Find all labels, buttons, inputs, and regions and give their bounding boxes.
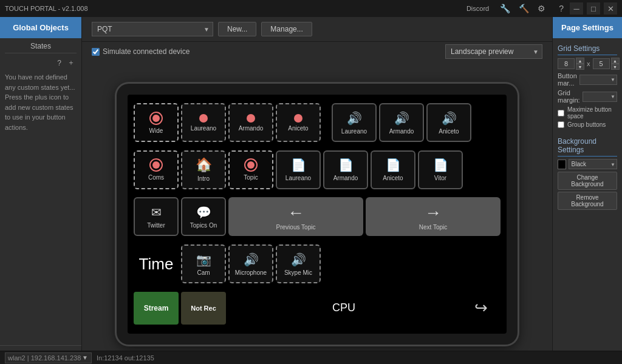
btn-skype-mic[interactable]: 🔊 Skype Mic xyxy=(276,244,321,283)
grid-width-input[interactable] xyxy=(558,58,575,69)
grid-w-spinner: ▲ ▼ xyxy=(576,58,584,70)
maximize-label[interactable]: Maximize button space xyxy=(567,106,617,120)
discord-label: Discord xyxy=(466,5,489,12)
titlebar: TOUCH PORTAL - v2.1.008 Discord 🔧 🔨 ⚙ ? … xyxy=(0,0,622,17)
grid-margin-label: Grid margin: xyxy=(558,89,580,104)
maximize-row: Maximize button space xyxy=(558,106,617,120)
grid-h-down[interactable]: ▼ xyxy=(611,64,620,70)
statusbar: wlan2 | 192.168.141.238 ▼ In:12134 out:1… xyxy=(0,351,622,364)
btn-microphone[interactable]: 🔊 Microphone xyxy=(228,244,273,283)
network-select-wrap: wlan2 | 192.168.141.238 ▼ xyxy=(5,352,92,363)
sidebar-header: Global Objects xyxy=(0,17,81,38)
device-frame: Wide Laureano Armando Aniceto xyxy=(117,84,518,345)
grid-w-up[interactable]: ▲ xyxy=(576,58,584,64)
main-layout: Global Objects States ? ＋ You have not d… xyxy=(0,17,622,364)
bg-color-select-wrap: Black ▼ xyxy=(569,159,618,169)
btn-topics-on[interactable]: 💬 Topics On xyxy=(181,197,226,236)
btn-wide[interactable]: Wide xyxy=(134,103,179,142)
btn-aniceto-1[interactable]: Aniceto xyxy=(276,103,321,142)
btn-intro[interactable]: 🏠 Intro xyxy=(181,150,226,189)
right-sidebar: Page Settings Grid Settings ▲ ▼ x xyxy=(552,17,622,364)
states-help-button[interactable]: ? xyxy=(55,57,63,69)
states-title: States xyxy=(5,42,77,53)
center-panel: PQT ▼ New... Manage... Simulate connecte… xyxy=(82,17,552,364)
btn-share[interactable]: ↪ xyxy=(462,298,501,317)
button-margin-select[interactable] xyxy=(579,75,617,85)
bg-color-row: Black ▼ xyxy=(558,159,617,169)
simulate-checkbox[interactable] xyxy=(92,48,100,56)
button-margin-select-wrap: ▼ xyxy=(579,75,617,85)
remove-background-button[interactable]: Remove Background xyxy=(558,192,617,210)
btn-topic[interactable]: Topic xyxy=(228,150,273,189)
app-title: TOUCH PORTAL - v2.1.008 xyxy=(5,5,88,12)
simulate-label[interactable]: Simulate connected device xyxy=(92,47,190,56)
maximize-checkbox[interactable] xyxy=(558,110,564,116)
new-button[interactable]: New... xyxy=(218,22,256,36)
titlebar-left: TOUCH PORTAL - v2.1.008 xyxy=(5,5,88,12)
maximize-button[interactable]: □ xyxy=(587,2,600,15)
grid-margin-row: Grid margin: ▼ xyxy=(558,89,617,104)
group-label[interactable]: Group buttons xyxy=(567,121,606,128)
landscape-select[interactable]: Landscape preview xyxy=(445,44,542,59)
landscape-select-wrap: Landscape preview ▼ xyxy=(445,44,542,59)
btn-vitor-doc[interactable]: 📄 Vitor xyxy=(418,150,463,189)
grid-h-up[interactable]: ▲ xyxy=(611,58,620,64)
close-button[interactable]: ✕ xyxy=(604,2,617,15)
profile-select[interactable]: PQT xyxy=(92,22,213,36)
profile-select-wrap: PQT ▼ xyxy=(92,22,213,36)
btn-laureano-doc[interactable]: 📄 Laureano xyxy=(276,150,321,189)
grid-w-wrap: ▲ ▼ xyxy=(558,58,584,70)
btn-armando-spk[interactable]: 🔊 Armando xyxy=(379,103,424,142)
group-checkbox[interactable] xyxy=(558,121,564,128)
btn-laureano-1[interactable]: Laureano xyxy=(181,103,226,142)
gear-icon[interactable]: ⚙ xyxy=(535,2,548,15)
button-row-1: Wide Laureano Armando Aniceto xyxy=(134,101,501,146)
btn-aniceto-spk[interactable]: 🔊 Aniceto xyxy=(426,103,471,142)
minimize-button[interactable]: ─ xyxy=(570,2,583,15)
btn-cam[interactable]: 📷 Cam xyxy=(181,244,226,283)
button-margin-label: Button mar... xyxy=(558,72,577,87)
states-toolbar: ? ＋ xyxy=(5,57,77,69)
btn-aniceto-doc[interactable]: 📄 Aniceto xyxy=(371,150,415,189)
button-row-4: Time 📷 Cam 🔊 Microphone 🔊 Skype Mic xyxy=(134,241,501,286)
grid-x-label: x xyxy=(587,60,590,67)
grid-w-down[interactable]: ▼ xyxy=(576,64,584,70)
hammer-icon[interactable]: 🔨 xyxy=(516,2,531,15)
manage-button[interactable]: Manage... xyxy=(261,22,312,36)
btn-prev-topic[interactable]: ← Previous Topic xyxy=(228,197,363,236)
btn-next-topic[interactable]: → Next Topic xyxy=(366,197,501,236)
grid-settings-title: Grid Settings xyxy=(558,44,617,55)
right-sidebar-content: Grid Settings ▲ ▼ x ▲ ▼ xyxy=(553,38,622,218)
grid-settings-section: Grid Settings ▲ ▼ x ▲ ▼ xyxy=(558,44,617,130)
right-sidebar-header: Page Settings xyxy=(553,17,622,38)
grid-h-wrap: ▲ ▼ xyxy=(593,58,620,70)
button-margin-row: Button mar... ▼ xyxy=(558,72,617,87)
button-row-2: Coms 🏠 Intro Topic 📄 Laureano xyxy=(134,147,501,192)
btn-stream[interactable]: Stream xyxy=(134,292,179,325)
btn-laureano-spk[interactable]: 🔊 Laureano xyxy=(332,103,377,142)
wrench-icon[interactable]: 🔧 xyxy=(497,2,513,15)
btn-not-rec[interactable]: Not Rec xyxy=(181,292,226,325)
button-row-3: ✉ Twitter 💬 Topics On ← Previous Topic xyxy=(134,195,501,240)
preview-area: Wide Laureano Armando Aniceto xyxy=(82,64,552,364)
network-select[interactable]: wlan2 | 192.168.141.238 xyxy=(5,352,92,363)
btn-cpu: CPU xyxy=(228,302,459,314)
change-background-button[interactable]: Change Background xyxy=(558,172,617,190)
grid-height-input[interactable] xyxy=(593,58,610,69)
help-icon[interactable]: ? xyxy=(556,2,566,15)
log-value: In:12134 out:12135 xyxy=(97,354,154,362)
btn-twitter[interactable]: ✉ Twitter xyxy=(134,197,179,236)
background-settings-section: Background Settings Black ▼ Change Backg… xyxy=(558,137,617,212)
button-row-5: Stream Not Rec CPU ↪ xyxy=(134,289,501,328)
sidebar-states-section: States ? ＋ You have not defined any cust… xyxy=(0,38,81,345)
btn-armando-doc[interactable]: 📄 Armando xyxy=(323,150,368,189)
titlebar-right: Discord 🔧 🔨 ⚙ ? ─ □ ✕ xyxy=(466,2,617,15)
background-settings-title: Background Settings xyxy=(558,137,617,157)
states-add-button[interactable]: ＋ xyxy=(66,57,77,69)
grid-h-spinner: ▲ ▼ xyxy=(611,58,620,70)
bg-color-select[interactable]: Black xyxy=(569,159,618,169)
btn-armando-1[interactable]: Armando xyxy=(228,103,273,142)
btn-coms[interactable]: Coms xyxy=(134,150,179,189)
grid-margin-select[interactable] xyxy=(583,92,617,102)
color-swatch xyxy=(558,160,566,169)
